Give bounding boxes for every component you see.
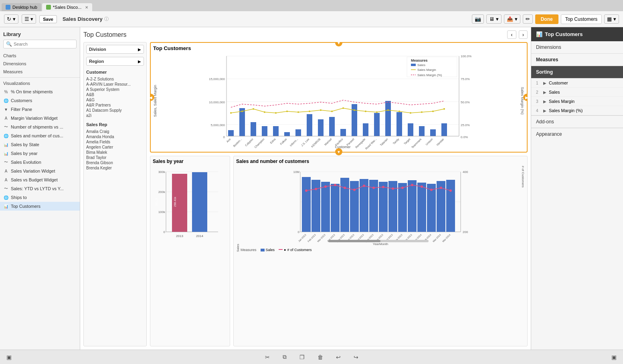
sidebar-item-customers[interactable]: 🌐 Customers xyxy=(0,96,80,105)
sort-item-3[interactable]: 3 ▶ Sales Margin xyxy=(531,97,623,106)
sidebar-section-visualizations[interactable]: Visualizations xyxy=(0,79,80,87)
svg-text:Feb-2013: Feb-2013 xyxy=(307,233,316,243)
monitor-button[interactable]: 🖥 ▾ xyxy=(486,14,502,24)
right-panel-appearance[interactable]: Appearance xyxy=(531,128,623,140)
svg-rect-48 xyxy=(430,129,436,136)
pencil-button[interactable]: ✏ xyxy=(523,14,533,24)
save-button[interactable]: Save xyxy=(39,15,57,23)
filter-item-brad[interactable]: Brad Taylor xyxy=(86,155,144,160)
y-axis-left-label: Sales, Sales Margin xyxy=(153,52,157,149)
sidebar-item-sales-variation[interactable]: A Sales Variation Widget xyxy=(0,167,80,175)
corner-right-button[interactable]: ▣ xyxy=(609,353,619,361)
right-panel-sorting-header[interactable]: Sorting xyxy=(531,66,623,78)
sidebar-search-box[interactable]: 🔍 xyxy=(3,40,77,48)
svg-text:200k: 200k xyxy=(158,190,166,194)
sidebar-item-ships-to[interactable]: 🌐 Ships to xyxy=(0,193,80,202)
filter-item-aandg[interactable]: A&G xyxy=(86,97,144,103)
svg-text:Boston...: Boston... xyxy=(233,138,243,148)
charts-area: ▼ ◀ ▶ ▼ Top Customers Sales, Sales Margi… xyxy=(150,42,528,346)
tab-sales-disco[interactable]: *Sales Disco... ✕ xyxy=(42,3,93,11)
sort-item-4[interactable]: 4 ▶ Sales Margin (%) xyxy=(531,106,623,115)
sidebar-item-sales-num-customers[interactable]: 🌐 Sales and number of cus... xyxy=(0,131,80,140)
filter-item-aandb[interactable]: A&B xyxy=(86,92,144,97)
division-label: Division xyxy=(89,47,106,52)
sidebar-item-num-shipments[interactable]: 〜 Number of shipments vs ... xyxy=(0,123,80,131)
sidebar-item-sales-by-state[interactable]: 📊 Sales by State xyxy=(0,140,80,149)
sidebar-section-charts[interactable]: Charts xyxy=(0,52,80,60)
next-nav-button[interactable]: › xyxy=(519,30,528,39)
filter-item-amanda[interactable]: Amanda Honda xyxy=(86,134,144,139)
sidebar-item-sales-vs-budget[interactable]: A Sales vs Budget Widget xyxy=(0,175,80,184)
sidebar-title: Library xyxy=(0,27,80,40)
sidebar-item-sales-evolution[interactable]: 〜 Sales Evolution xyxy=(0,158,80,167)
filter-item-aandr[interactable]: A&R Partners xyxy=(86,103,144,108)
scissors-button[interactable]: ✂ xyxy=(263,353,272,361)
done-button[interactable]: Done xyxy=(535,14,558,24)
sidebar-item-on-time-shipments[interactable]: % % On time shipments xyxy=(0,87,80,96)
filter-item-amelia[interactable]: Amelia Fields xyxy=(86,139,144,145)
svg-point-134 xyxy=(401,187,404,189)
percent-icon: % xyxy=(3,89,9,95)
sidebar-item-sales-by-year[interactable]: 📊 Sales by year xyxy=(0,149,80,158)
sidebar-item-margin-variation[interactable]: A Margin Variation Widget xyxy=(0,114,80,123)
svg-rect-78 xyxy=(411,64,416,66)
sidebar-section-measures[interactable]: Measures xyxy=(0,68,80,76)
svg-rect-110 xyxy=(321,182,330,232)
paste-button[interactable]: ❐ xyxy=(297,353,307,361)
filter-item-brenda-g[interactable]: Brenda Gibson xyxy=(86,160,144,165)
main-chart-body: Sales, Sales Margin 0 xyxy=(153,52,524,149)
filter-item-asuperior[interactable]: A Superior System xyxy=(86,87,144,92)
sales-by-year-svg: 300k 200k 100k 0 xyxy=(153,166,227,246)
svg-text:0: 0 xyxy=(164,230,166,234)
filter-item-a2z[interactable]: A-2-Z Solutions xyxy=(86,76,144,82)
right-panel-header: 📊 Top Customers xyxy=(531,27,623,41)
filter-item-a1datacom[interactable]: A1 Datacom Supply xyxy=(86,108,144,113)
right-panel-measures[interactable]: Measures xyxy=(531,54,623,66)
filter-item-a2i[interactable]: a2i xyxy=(86,113,144,118)
bottom-handle[interactable]: ▼ xyxy=(335,148,342,155)
sales-customers-chart-body: Sales 10M 0 400 200 xyxy=(236,166,525,252)
svg-text:15,000,000: 15,000,000 xyxy=(209,77,225,81)
undo-button[interactable]: ↩ xyxy=(334,353,343,361)
export-button[interactable]: 📤 ▾ xyxy=(504,14,520,24)
line-icon-1: 〜 xyxy=(3,124,9,130)
sort-item-1[interactable]: 1 ▶ Customer xyxy=(531,78,623,88)
tab-desktop-hub[interactable]: Desktop hub xyxy=(2,3,41,11)
sidebar-section-dimensions[interactable]: Dimensions xyxy=(0,60,80,68)
search-input[interactable] xyxy=(14,42,74,46)
sidebar-item-top-customers[interactable]: 📊 Top Customers xyxy=(0,202,80,211)
sidebar-item-sales-ytd[interactable]: 〜 Sales: YTD vs LYTD vs Y... xyxy=(0,184,80,193)
content-navigation: ‹ › xyxy=(507,30,528,39)
toolbar: ↻ ▾ ☰ ▾ Save Sales Discovery ⓘ 📷 🖥 ▾ 📤 ▾… xyxy=(0,11,623,27)
svg-rect-22 xyxy=(284,132,290,136)
filter-item-brenda-k[interactable]: Brenda Kegler xyxy=(86,165,144,171)
right-handle[interactable]: ▶ xyxy=(523,94,528,101)
svg-text:50.0%: 50.0% xyxy=(461,101,470,104)
prev-nav-button[interactable]: ‹ xyxy=(507,30,516,39)
filter-item-amalia[interactable]: Amalia Craig xyxy=(86,129,144,134)
list-button[interactable]: ☰ ▾ xyxy=(22,14,36,24)
customers-legend-item: ● # of Customers xyxy=(279,248,312,252)
a-icon-1: A xyxy=(3,115,9,121)
region-filter[interactable]: Region ▶ xyxy=(86,57,144,66)
filter-panel: Division ▶ Region ▶ Customer A-2-Z Solut… xyxy=(83,42,147,346)
corner-left-button[interactable]: ▣ xyxy=(4,353,14,361)
redo-button[interactable]: ↪ xyxy=(351,353,361,361)
tab-close-button[interactable]: ✕ xyxy=(85,5,88,10)
sort-item-2[interactable]: 2 ▶ Sales xyxy=(531,88,623,97)
svg-point-139 xyxy=(449,189,452,192)
delete-button[interactable]: 🗑 xyxy=(315,353,326,361)
filter-item-bima[interactable]: Bima Malek xyxy=(86,150,144,155)
copy-button[interactable]: ⧉ xyxy=(280,353,289,361)
sidebar-item-filter-pane[interactable]: ▼ Filter Pane xyxy=(0,105,80,114)
filter-item-aarvin[interactable]: A-ARVIN Laser Resour... xyxy=(86,82,144,87)
right-panel-dimensions[interactable]: Dimensions xyxy=(531,41,623,54)
grid-button[interactable]: ▦ ▾ xyxy=(604,14,619,24)
refresh-button[interactable]: ↻ ▾ xyxy=(4,14,18,24)
filter-item-angelen[interactable]: Angelen Carter xyxy=(86,145,144,150)
division-filter[interactable]: Division ▶ xyxy=(86,45,144,54)
svg-rect-30 xyxy=(329,117,335,136)
right-panel-addons[interactable]: Add-ons xyxy=(531,115,623,128)
camera-button[interactable]: 📷 xyxy=(472,14,484,24)
svg-rect-116 xyxy=(379,182,388,232)
